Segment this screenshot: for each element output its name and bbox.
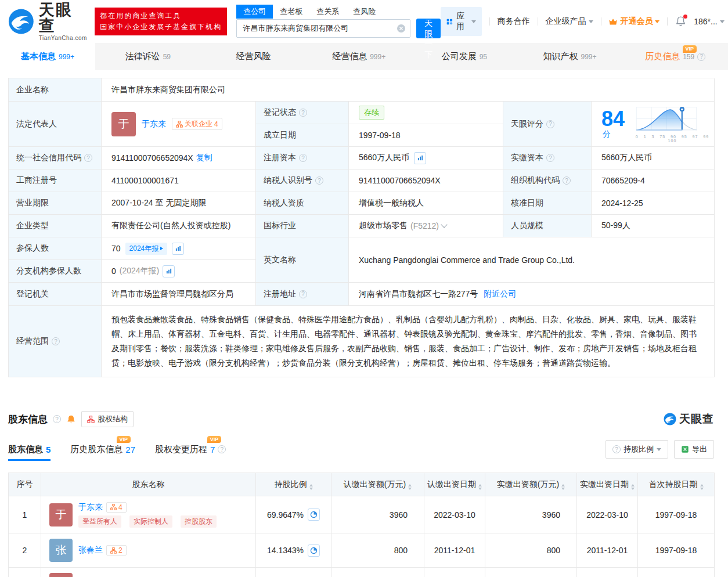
copy-link[interactable]: 复制 — [196, 153, 212, 163]
legal-rep-label: 法定代表人 — [9, 102, 102, 147]
tab-count: 999+ — [581, 53, 597, 61]
capital-trend-button[interactable] — [414, 152, 426, 164]
chevron-down-icon — [657, 448, 661, 451]
tab-basic-info[interactable]: 基本信息 999+ — [0, 43, 95, 70]
help-icon[interactable]: ? — [299, 154, 307, 162]
english-name-value: Xuchang Pangdonglai Commerce and Trade G… — [349, 237, 715, 283]
related-companies-button[interactable]: 关联企业 4 — [172, 118, 222, 130]
brand-name: 天眼查 — [39, 2, 88, 34]
industry-cell[interactable]: 超级市场零售 (F5212) — [349, 215, 503, 237]
nav-open-vip[interactable]: 开通会员 — [608, 16, 659, 27]
insured-value: 70 — [111, 244, 121, 253]
help-icon[interactable]: ? — [546, 154, 554, 162]
tab-history-info[interactable]: VIP 历史信息 159 ? — [622, 43, 728, 70]
shareholder-avatar[interactable]: 张 — [49, 539, 73, 562]
ratio-pie-button[interactable] — [308, 509, 320, 521]
related-companies-button[interactable]: 2 — [106, 545, 127, 556]
tab-label: 法律诉讼 — [125, 51, 160, 62]
sort-icon[interactable] — [631, 484, 635, 490]
shareholder-link[interactable]: 张春兰 — [78, 545, 103, 556]
tyc-score-cell[interactable]: 84分 — [592, 102, 715, 147]
authority-value: 许昌市市场监督管理局魏都区分局 — [102, 283, 256, 306]
alert-bell-icon[interactable] — [66, 414, 76, 424]
branch-insured-trend-button[interactable] — [163, 265, 175, 277]
help-icon[interactable]: ? — [299, 290, 307, 298]
insured-trend-button[interactable] — [172, 243, 184, 255]
reg-capital-label: 注册资本? — [256, 147, 349, 170]
org-code-label: 组织机构代码? — [503, 170, 592, 192]
sort-icon[interactable] — [408, 484, 412, 490]
col-first-date[interactable]: 首次持股日期 — [638, 473, 715, 496]
row-no: 1 — [9, 496, 41, 533]
col-sub-amount[interactable]: 认缴出资额(万元) — [331, 473, 424, 496]
tab-company-development[interactable]: 公司发展 95 — [412, 43, 517, 70]
tax-qualification-value: 增值税一般纳税人 — [349, 192, 503, 215]
tab-shareholders[interactable]: 股东信息5 — [8, 444, 51, 455]
tianyancha-logo[interactable]: 天眼查 TianYanCha.com — [8, 2, 88, 41]
help-icon[interactable]: ? — [315, 176, 323, 185]
col-sub-date[interactable]: 认缴出资日期 — [424, 473, 485, 496]
col-ratio[interactable]: 持股比例 — [256, 473, 331, 496]
sort-icon[interactable] — [561, 484, 565, 490]
tab-operating-risk[interactable]: 经营风险 — [201, 43, 307, 70]
tab-label: 基本信息 — [21, 51, 56, 62]
nav-cooperation[interactable]: 商务合作 — [498, 16, 530, 27]
notifications-bell[interactable] — [675, 16, 686, 27]
ratio-filter-button[interactable]: ? 持股比例 — [606, 440, 668, 459]
search-input[interactable] — [236, 19, 410, 38]
equity-structure-button[interactable]: 股权结构 — [81, 411, 134, 427]
search-tab-relation[interactable]: 查关系 — [309, 5, 346, 19]
help-icon[interactable]: ? — [563, 176, 571, 185]
help-icon[interactable]: ? — [218, 445, 226, 453]
nav-enterprise[interactable]: 企业级产品 — [546, 16, 593, 27]
shareholder-avatar[interactable]: 于 — [49, 573, 73, 577]
shareholders-title: 股东信息 — [8, 413, 48, 426]
legal-rep-avatar[interactable]: 于 — [111, 112, 136, 136]
tianyancha-company-page: 天眼查 TianYanCha.com 都在用的商业查询工具 国家中小企业发展子基… — [0, 0, 728, 577]
address-cell: 河南省许昌市魏都区七一路277号 附近公司 — [349, 283, 715, 306]
help-icon[interactable]: ? — [546, 120, 554, 128]
related-companies-button[interactable]: 4 — [106, 502, 127, 513]
tab-count: 999+ — [370, 53, 385, 61]
apps-label: 应用 — [456, 11, 468, 32]
col-paid-amount[interactable]: 实缴出资额(万元) — [485, 473, 577, 496]
shareholder-link[interactable]: 于东来 — [78, 502, 103, 513]
uscc-cell: 91411000706652094X 复制 — [102, 147, 256, 170]
sort-icon[interactable] — [309, 484, 313, 490]
uscc-value: 91411000706652094X — [111, 153, 193, 163]
ratio-value: 69.9647% — [267, 510, 304, 520]
shareholder-avatar[interactable]: 于 — [49, 503, 73, 526]
search-tab-boss[interactable]: 查老板 — [273, 5, 309, 19]
help-icon[interactable]: ? — [52, 337, 60, 345]
tab-business-info[interactable]: 经营信息 999+ — [306, 43, 412, 70]
nearby-companies-link[interactable]: 附近公司 — [484, 289, 516, 300]
search-tab-company[interactable]: 查公司 — [236, 5, 273, 19]
search-tab-risk[interactable]: 查风险 — [346, 5, 383, 19]
clear-search-icon[interactable] — [397, 24, 406, 33]
help-icon[interactable]: ? — [53, 415, 61, 423]
sort-icon[interactable] — [478, 484, 482, 490]
eye-logo-icon — [8, 8, 34, 35]
sort-icon[interactable] — [700, 484, 704, 490]
tab-legal[interactable]: 法律诉讼 59 — [95, 43, 201, 70]
paid-date: 2011-12-01 — [577, 568, 638, 577]
tab-historical-shareholders[interactable]: VIP 历史股东信息27 — [70, 444, 135, 455]
tab-equity-change-history[interactable]: VIP 股权变更历程7 ? — [155, 444, 226, 455]
annual-report-button[interactable]: 2024年报 — [125, 243, 168, 255]
legal-rep-link[interactable]: 于东来 — [142, 119, 166, 129]
staff-size-label: 人员规模 — [503, 215, 592, 237]
export-button[interactable]: 导出 — [674, 440, 714, 459]
account-menu[interactable]: 186*... — [694, 17, 724, 26]
help-icon[interactable]: ? — [84, 154, 92, 162]
help-icon[interactable]: ? — [299, 109, 307, 117]
help-icon[interactable]: ? — [697, 53, 705, 61]
ratio-pie-button[interactable] — [308, 544, 320, 557]
promo-banner: 都在用的商业查询工具 国家中小企业发展子基金旗下机构 — [95, 8, 227, 35]
search-button[interactable]: 天眼一下 — [416, 19, 441, 38]
apps-menu[interactable]: 应用 — [441, 7, 482, 36]
address-label: 注册地址? — [256, 283, 349, 306]
established-label: 成立日期 — [256, 124, 349, 147]
sub-date: 2011-12-01 — [424, 568, 485, 577]
tab-intellectual-property[interactable]: 知识产权 999+ — [517, 43, 623, 70]
col-paid-date[interactable]: 实缴出资日期 — [577, 473, 638, 496]
